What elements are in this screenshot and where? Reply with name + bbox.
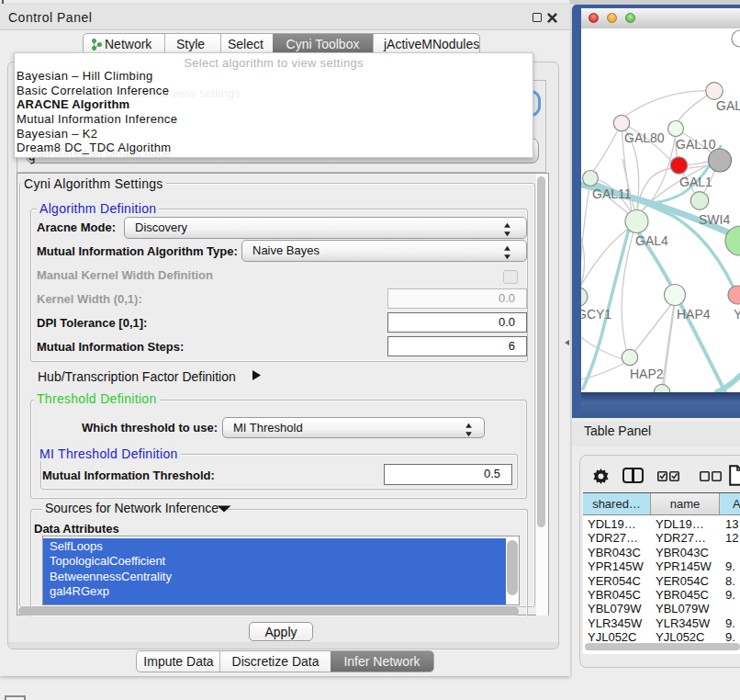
svg-text:Y: Y: [734, 307, 740, 322]
svg-text:HAP4: HAP4: [677, 307, 711, 322]
svg-text:GCY1: GCY1: [581, 307, 611, 322]
svg-text:GAL1: GAL1: [679, 175, 712, 189]
svg-text:GAL11: GAL11: [592, 186, 632, 201]
svg-text:GAL: GAL: [716, 98, 740, 113]
svg-text:HAP2: HAP2: [630, 367, 664, 381]
svg-text:SWI4: SWI4: [699, 212, 730, 227]
svg-text:GAL4: GAL4: [635, 233, 668, 248]
svg-text:GAL80: GAL80: [624, 130, 665, 145]
svg-text:GAL10: GAL10: [676, 137, 716, 152]
